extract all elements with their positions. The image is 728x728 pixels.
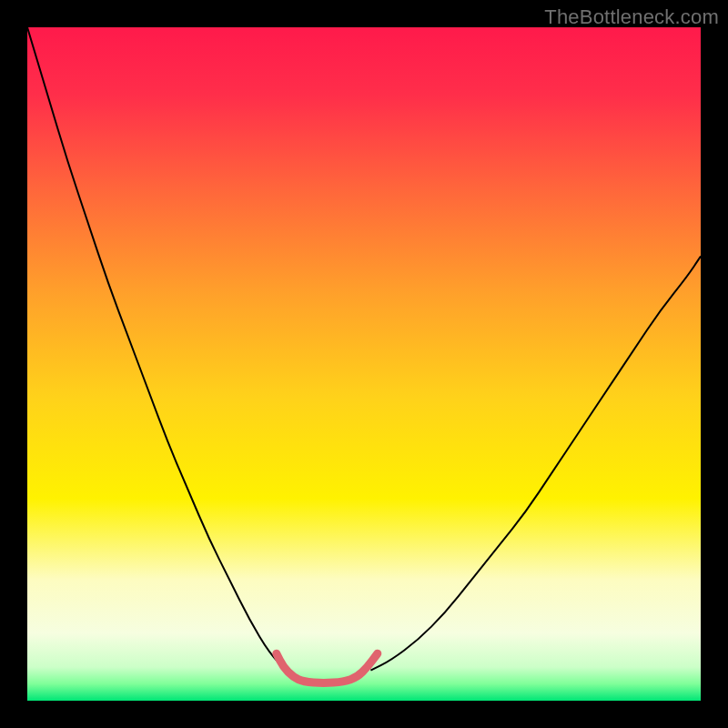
plot-svg <box>27 27 701 701</box>
plot-area <box>27 27 701 701</box>
gradient-background <box>27 27 701 701</box>
chart-container: TheBottleneck.com <box>0 0 728 728</box>
watermark-text: TheBottleneck.com <box>544 5 719 29</box>
